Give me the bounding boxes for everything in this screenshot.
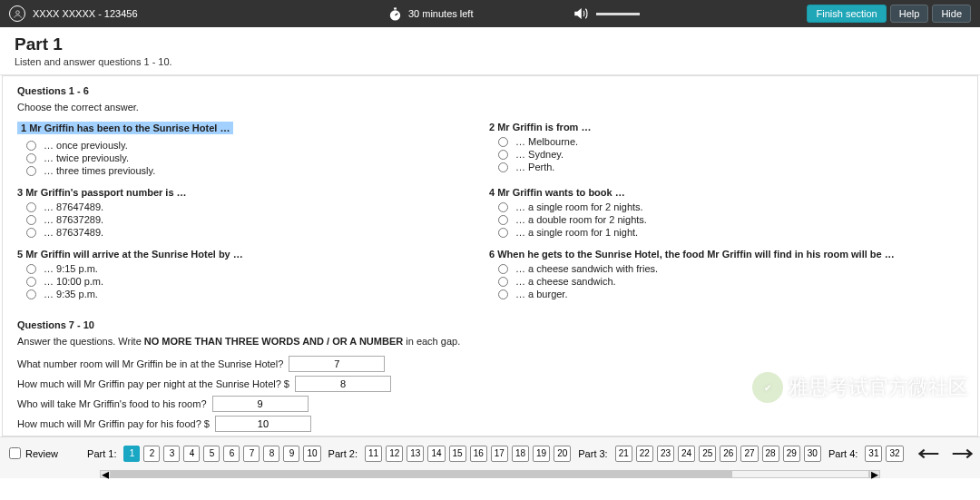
nav-q-28[interactable]: 28 [762, 446, 779, 462]
q6-opt-b-radio[interactable] [498, 277, 508, 287]
nav-q-26[interactable]: 26 [720, 446, 737, 462]
section-a-instr: Choose the correct answer. [17, 102, 963, 113]
q4-opt-c: … a single room for 1 night. [515, 227, 638, 238]
nav-q-23[interactable]: 23 [657, 446, 674, 462]
q10-input[interactable] [215, 416, 311, 432]
nav-q-9[interactable]: 9 [283, 446, 299, 462]
part-subtitle: Listen and answer questions 1 - 10. [15, 56, 965, 67]
q6-opt-c-radio[interactable] [498, 289, 508, 299]
q5-opt-c: … 9:35 p.m. [44, 289, 98, 299]
svg-point-0 [15, 10, 19, 14]
nav-q-27[interactable]: 27 [740, 446, 758, 462]
q3-opt-a: … 87647489. [44, 201, 103, 212]
q2-opt-c-radio[interactable] [498, 162, 508, 172]
nav-q-32[interactable]: 32 [886, 446, 903, 462]
q6-opt-b: … a cheese sandwich. [515, 276, 616, 287]
q5-opt-b-radio[interactable] [26, 277, 36, 287]
nav-prev-icon[interactable] [916, 447, 940, 460]
q5-opt-a: … 9:15 p.m. [44, 263, 98, 274]
nav-q-13[interactable]: 13 [407, 446, 424, 462]
q4-opt-b: … a double room for 2 nights. [515, 214, 647, 225]
nav-q-17[interactable]: 17 [491, 446, 508, 462]
q5-title: 5 Mr Griffin will arrive at the Sunrise … [17, 249, 489, 260]
part-header: Part 1 Listen and answer questions 1 - 1… [0, 27, 980, 75]
nav-q-25[interactable]: 25 [699, 446, 716, 462]
hide-button[interactable]: Hide [932, 5, 971, 23]
nav-next-icon[interactable] [951, 447, 975, 460]
volume-slider[interactable] [596, 13, 640, 15]
q4-opt-a-radio[interactable] [498, 202, 508, 212]
nav-q-24[interactable]: 24 [678, 446, 695, 462]
nav-q-30[interactable]: 30 [804, 446, 821, 462]
q3-opt-b-radio[interactable] [26, 215, 36, 225]
nav-part-label: Part 1: [87, 448, 116, 459]
q6-title: 6 When he gets to the Sunrise Hotel, the… [489, 249, 961, 260]
section-b-title: Questions 7 - 10 [17, 319, 963, 330]
nav-part-label: Part 4: [828, 448, 858, 459]
q8-input[interactable] [295, 376, 391, 392]
nav-q-21[interactable]: 21 [615, 446, 632, 462]
q3-opt-a-radio[interactable] [26, 202, 36, 212]
nav-part-label: Part 3: [578, 448, 607, 459]
nav-q-15[interactable]: 15 [449, 446, 466, 462]
finish-section-button[interactable]: Finish section [807, 5, 886, 23]
nav-q-19[interactable]: 19 [533, 446, 550, 462]
nav-q-1[interactable]: 1 [123, 446, 140, 462]
nav-q-2[interactable]: 2 [143, 446, 160, 462]
nav-q-29[interactable]: 29 [783, 446, 800, 462]
question-area[interactable]: Questions 1 - 6 Choose the correct answe… [3, 76, 977, 436]
section-a-title: Questions 1 - 6 [17, 85, 963, 96]
q5-opt-c-radio[interactable] [26, 289, 36, 299]
nav-q-7[interactable]: 7 [243, 446, 260, 462]
q3-opt-c: … 87637489. [44, 227, 103, 238]
nav-q-10[interactable]: 10 [303, 446, 320, 462]
nav-q-12[interactable]: 12 [386, 446, 403, 462]
nav-q-8[interactable]: 8 [263, 446, 279, 462]
nav-q-16[interactable]: 16 [470, 446, 487, 462]
q1-opt-c: … three times previously. [44, 165, 155, 176]
q1-opt-b: … twice previously. [44, 152, 129, 163]
q6-opt-a-radio[interactable] [498, 264, 508, 274]
review-checkbox[interactable]: Review [9, 447, 58, 459]
user-name: XXXX XXXXX - 123456 [33, 8, 138, 19]
bottom-bar: Review Part 1:12345678910Part 2:11121314… [0, 436, 980, 469]
q4-opt-c-radio[interactable] [498, 228, 508, 238]
nav-q-4[interactable]: 4 [183, 446, 200, 462]
q5-opt-a-radio[interactable] [26, 264, 36, 274]
help-button[interactable]: Help [890, 5, 929, 23]
q3-opt-b: … 87637289. [44, 214, 103, 225]
q1-opt-c-radio[interactable] [26, 166, 36, 176]
q9-label: Who will take Mr Griffin's food to his r… [17, 398, 207, 409]
q4-title: 4 Mr Griffin wants to book … [489, 187, 961, 198]
nav-scrollbar[interactable]: ◂ ▸ [0, 469, 980, 478]
q10-label: How much will Mr Griffin pay for his foo… [17, 418, 210, 429]
q2-opt-c: … Perth. [515, 162, 554, 172]
q2-opt-b-radio[interactable] [498, 150, 508, 160]
q9-input[interactable] [212, 396, 309, 412]
nav-q-6[interactable]: 6 [223, 446, 240, 462]
nav-q-31[interactable]: 31 [865, 446, 882, 462]
nav-q-22[interactable]: 22 [636, 446, 653, 462]
top-bar: XXXX XXXXX - 123456 30 minutes left Fini… [0, 0, 980, 27]
nav-q-3[interactable]: 3 [163, 446, 180, 462]
review-checkbox-input[interactable] [9, 447, 21, 459]
timer: 30 minutes left [387, 6, 474, 22]
nav-q-14[interactable]: 14 [427, 446, 445, 462]
q1-opt-a-radio[interactable] [26, 141, 36, 151]
q2-opt-b: … Sydney. [515, 149, 564, 160]
q1-opt-a: … once previously. [44, 140, 128, 151]
nav-q-18[interactable]: 18 [512, 446, 529, 462]
speaker-icon [573, 5, 589, 22]
q4-opt-b-radio[interactable] [498, 215, 508, 225]
q3-opt-c-radio[interactable] [26, 228, 36, 238]
volume [573, 5, 640, 22]
q2-opt-a-radio[interactable] [498, 137, 508, 147]
q7-input[interactable] [289, 356, 385, 372]
q1-opt-b-radio[interactable] [26, 153, 36, 163]
nav-q-5[interactable]: 5 [203, 446, 220, 462]
user-icon [9, 5, 25, 22]
section-b-instr: Answer the questions. Write NO MORE THAN… [17, 336, 963, 347]
nav-q-11[interactable]: 11 [365, 446, 382, 462]
clock-icon [387, 6, 403, 22]
nav-q-20[interactable]: 20 [554, 446, 571, 462]
